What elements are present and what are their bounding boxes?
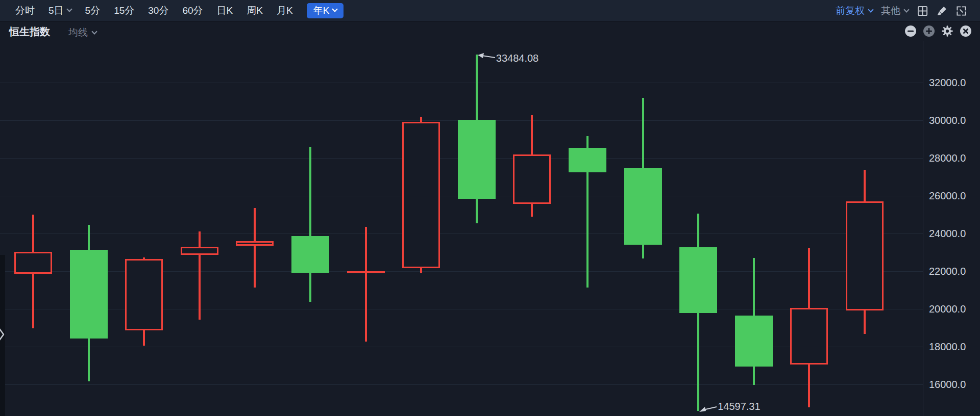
price-axis-label: 22000.0 [929,266,966,277]
zoom-in-button[interactable] [923,25,935,37]
period-tab-5[interactable]: 60分 [182,4,203,17]
period-tab-label: 分时 [15,4,35,17]
grid-line [0,347,923,347]
chevron-down-icon [332,6,338,12]
grid-layout-icon[interactable] [917,5,928,16]
period-tab-label: 60分 [182,4,203,17]
candle-body [347,271,385,273]
period-tab-0[interactable]: 分时 [15,4,35,17]
price-axis-label: 28000.0 [929,152,966,164]
period-tab-3[interactable]: 15分 [114,4,134,17]
annotation-arrow-icon [699,405,718,415]
period-toolbar: 分时5日5分15分30分60分日K周K月K年K 前复权 其他 [0,0,980,21]
adjustment-label: 前复权 [836,4,865,17]
candle-body [14,252,52,274]
grid-line [0,83,923,83]
candle-body [679,247,717,313]
price-axis-label: 16000.0 [929,379,966,390]
candle-body [181,247,218,255]
high-price-annotation: 33484.08 [496,53,538,64]
price-axis-label: 20000.0 [929,303,966,315]
period-tab-label: 5日 [48,4,64,17]
period-tab-9[interactable]: 年K [307,3,344,18]
close-button[interactable] [960,25,972,37]
candle-wick [365,227,367,342]
candle-body [291,236,329,273]
trading-app-window: 33484.0814597.31 32000.030000.028000.026… [0,0,980,416]
period-tab-label: 年K [313,4,330,17]
candle-body [790,308,828,365]
price-axis-label: 24000.0 [929,228,966,239]
price-axis-label: 18000.0 [929,341,966,352]
candle-body [569,148,606,173]
candle-body [402,122,440,268]
drawer-expand-chevron-icon[interactable] [0,327,5,342]
chevron-down-icon [868,7,873,12]
period-tab-7[interactable]: 周K [247,4,263,17]
period-tab-label: 月K [277,4,293,17]
ma-dropdown[interactable]: 均线 [68,26,96,39]
period-tab-label: 周K [247,4,263,17]
period-tab-label: 30分 [148,4,168,17]
chevron-down-icon [66,6,72,12]
candle-body [846,201,884,310]
fullscreen-icon[interactable] [955,5,967,16]
chevron-down-icon [91,29,97,34]
low-price-annotation: 14597.31 [718,401,760,412]
candle-body [458,120,496,199]
brush-icon[interactable] [936,5,947,16]
period-tabs: 分时5日5分15分30分60分日K周K月K年K [0,3,344,18]
candle-wick [254,208,256,288]
period-tab-label: 日K [217,4,233,17]
price-axis-label: 26000.0 [929,190,966,201]
symbol-title: 恒生指数 [9,25,50,39]
other-dropdown[interactable]: 其他 [881,4,909,17]
candle-wick [309,147,311,302]
adjustment-dropdown[interactable]: 前复权 [836,4,873,17]
period-tab-2[interactable]: 5分 [85,4,101,17]
candle-body [70,250,108,339]
period-tab-1[interactable]: 5日 [48,4,71,17]
period-tab-8[interactable]: 月K [277,4,293,17]
period-tab-label: 5分 [85,4,101,17]
price-axis-label: 32000.0 [929,77,966,88]
period-tab-6[interactable]: 日K [217,4,233,17]
zoom-out-button[interactable] [904,25,917,37]
other-label: 其他 [881,4,900,17]
grid-line [0,233,923,234]
candle-wick [199,231,201,320]
candle-body [735,316,773,367]
ma-dropdown-label: 均线 [68,26,88,39]
candle-body [513,154,551,204]
chart-controls [904,25,972,37]
candle-body [125,259,163,330]
annotation-arrow-icon [478,53,496,63]
period-tab-4[interactable]: 30分 [148,4,168,17]
chevron-down-icon [903,7,909,12]
chart-header-row: 恒生指数 均线 [0,21,980,41]
grid-line [0,384,923,385]
candle-body [624,168,662,245]
settings-button[interactable] [941,25,953,37]
candle-body [236,241,274,246]
period-tab-label: 15分 [114,4,134,17]
candlestick-chart[interactable]: 33484.0814597.31 32000.030000.028000.026… [0,0,980,416]
toolbar-right: 前复权 其他 [836,0,967,21]
price-axis-separator [923,41,923,416]
price-axis-label: 30000.0 [929,115,966,126]
